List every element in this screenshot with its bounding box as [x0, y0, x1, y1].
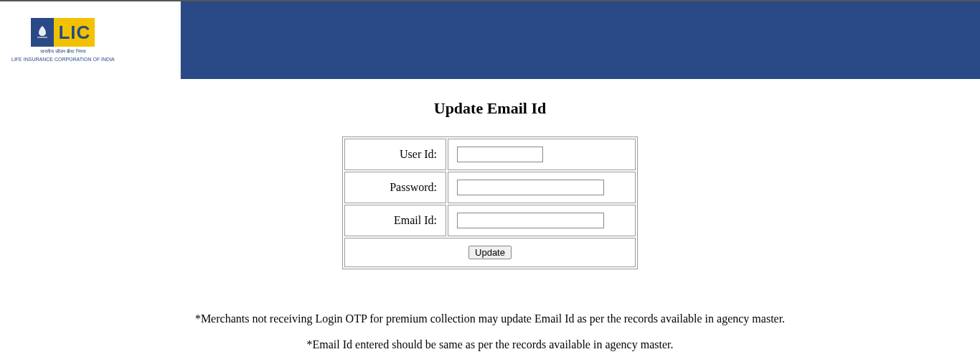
- note-line-1: *Merchants not receiving Login OTP for p…: [0, 312, 980, 325]
- password-input[interactable]: [457, 180, 604, 195]
- logo-brand-text: LIC: [54, 18, 95, 47]
- logo-subtitle-hindi: भारतीय जीवन बीमा निगम: [40, 49, 86, 55]
- form-table: User Id: Password: Email Id: Update: [342, 136, 638, 269]
- notes-section: *Merchants not receiving Login OTP for p…: [0, 312, 980, 351]
- form-wrapper: User Id: Password: Email Id: Update: [0, 136, 980, 269]
- password-label: Password:: [344, 172, 446, 203]
- lic-logo: LIC भारतीय जीवन बीमा निगम LIFE INSURANCE…: [11, 18, 115, 62]
- logo-subtitle-english: LIFE INSURANCE CORPORATION OF INDIA: [11, 57, 115, 62]
- main-content: Update Email Id User Id: Password: Email…: [0, 79, 980, 351]
- note-line-2: *Email Id entered should be same as per …: [0, 338, 980, 351]
- update-button[interactable]: Update: [468, 246, 512, 259]
- header: LIC भारतीय जीवन बीमा निगम LIFE INSURANCE…: [0, 1, 980, 79]
- logo-emblem-icon: [31, 18, 54, 47]
- user-id-input[interactable]: [457, 147, 543, 162]
- logo-container: LIC भारतीय जीवन बीमा निगम LIFE INSURANCE…: [0, 1, 181, 79]
- email-input[interactable]: [457, 213, 604, 228]
- user-id-label: User Id:: [344, 139, 446, 170]
- header-banner: [181, 1, 980, 79]
- email-label: Email Id:: [344, 205, 446, 236]
- page-title: Update Email Id: [0, 99, 980, 118]
